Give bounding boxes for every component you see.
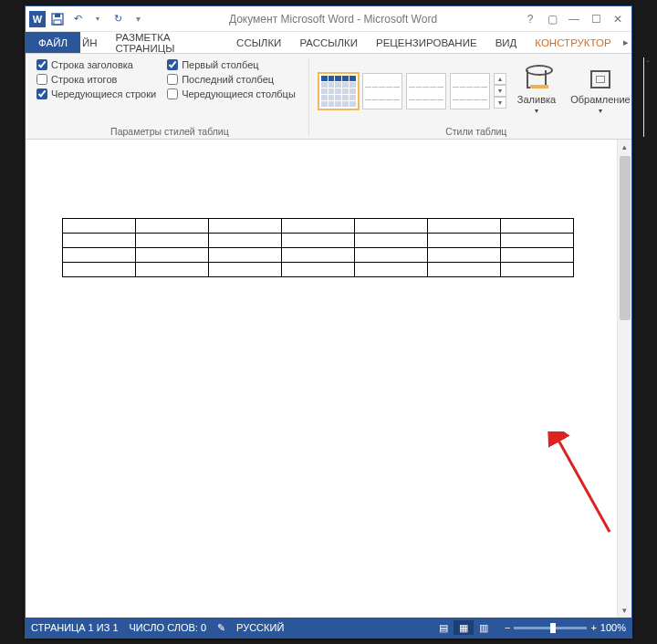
window-controls: ? ▢ — ☐ ✕ [520, 11, 628, 27]
tab-view[interactable]: ВИД [486, 32, 527, 53]
gallery-item-3[interactable] [406, 73, 446, 109]
zoom-slider[interactable] [514, 627, 587, 629]
ribbon-collapse-icon[interactable]: ˆ [646, 57, 651, 70]
zoom-percent[interactable]: 100% [600, 622, 626, 633]
group-table-styles: ▴ ▾ ▾ Заливка ▾ Обрамление ▾ Стили табли… [309, 57, 644, 137]
gallery-item-4[interactable] [450, 73, 490, 109]
chevron-down-icon: ▾ [599, 107, 602, 115]
tab-design[interactable]: КОНСТРУКТОР [526, 32, 620, 53]
tab-references[interactable]: ССЫЛКИ [227, 32, 290, 53]
word-logo-icon: W [29, 11, 46, 27]
document-area: ▴ ▾ [26, 140, 631, 618]
svg-line-4 [557, 437, 610, 532]
view-web-icon[interactable]: ▥ [474, 620, 494, 635]
zoom-slider-thumb[interactable] [550, 623, 556, 633]
ribbon-options-icon[interactable]: ▢ [542, 11, 562, 27]
gallery-scroll: ▴ ▾ ▾ [494, 73, 506, 109]
tab-file[interactable]: ФАЙЛ [26, 32, 80, 53]
vertical-scrollbar[interactable]: ▴ ▾ [617, 140, 631, 618]
svg-rect-2 [54, 20, 61, 25]
group-table-style-options: Строка заголовка Строка итогов Чередующи… [31, 57, 309, 137]
page-canvas[interactable] [26, 140, 617, 618]
save-icon[interactable] [49, 11, 66, 27]
status-word-count[interactable]: ЧИСЛО СЛОВ: 0 [130, 622, 207, 633]
gallery-scroll-up-icon[interactable]: ▴ [494, 73, 506, 85]
border-icon [588, 67, 613, 92]
status-page[interactable]: СТРАНИЦА 1 ИЗ 1 [31, 622, 119, 633]
chk-total-row[interactable]: Строка итогов [36, 74, 156, 85]
qat-customize-icon[interactable]: ▾ [130, 11, 146, 27]
titlebar: W ↶ ▾ ↻ ▾ Документ Microsoft Word - Micr… [26, 6, 631, 32]
tab-review[interactable]: РЕЦЕНЗИРОВАНИЕ [367, 32, 486, 53]
gallery-item-1[interactable] [318, 73, 359, 109]
quick-access-toolbar: W ↶ ▾ ↻ ▾ [29, 11, 146, 27]
window-title: Документ Microsoft Word - Microsoft Word [146, 13, 520, 26]
scroll-up-icon[interactable]: ▴ [618, 140, 631, 154]
tab-mailings[interactable]: РАССЫЛКИ [290, 32, 367, 53]
view-read-icon[interactable]: ▤ [433, 620, 454, 635]
undo-icon[interactable]: ↶ [69, 11, 86, 27]
proofing-icon: ✎ [217, 622, 225, 634]
borders-button[interactable]: Обрамление ▾ [563, 57, 638, 124]
view-buttons: ▤ ▦ ▥ [433, 620, 494, 635]
gallery-scroll-down-icon[interactable]: ▾ [494, 85, 506, 97]
table-row [63, 234, 574, 248]
scroll-down-icon[interactable]: ▾ [618, 603, 631, 618]
tab-page-layout[interactable]: РАЗМЕТКА СТРАНИЦЫ [107, 32, 228, 53]
redo-icon[interactable]: ↻ [110, 11, 126, 27]
tab-partial[interactable]: ЙН [80, 32, 107, 53]
table-row [63, 248, 574, 263]
table-row [63, 263, 574, 277]
scroll-thumb[interactable] [620, 156, 631, 320]
table-style-gallery: ▴ ▾ ▾ [315, 57, 510, 124]
close-icon[interactable]: ✕ [608, 11, 628, 27]
gallery-item-2[interactable] [362, 73, 402, 109]
zoom-in-button[interactable]: + [590, 622, 596, 633]
chevron-down-icon: ▾ [535, 107, 538, 115]
statusbar: СТРАНИЦА 1 ИЗ 1 ЧИСЛО СЛОВ: 0 ✎ РУССКИЙ … [26, 618, 631, 638]
chk-banded-columns[interactable]: Чередующиеся столбцы [167, 88, 296, 99]
ribbon-tabs: ФАЙЛ ЙН РАЗМЕТКА СТРАНИЦЫ ССЫЛКИ РАССЫЛК… [26, 32, 631, 54]
zoom-out-button[interactable]: − [505, 622, 510, 633]
document-table[interactable] [62, 218, 574, 277]
chk-last-column[interactable]: Последний столбец [167, 74, 296, 85]
view-print-icon[interactable]: ▦ [454, 620, 474, 635]
qat-dropdown-icon[interactable]: ▾ [89, 11, 106, 27]
chk-first-column[interactable]: Первый столбец [167, 59, 296, 70]
status-language[interactable]: РУССКИЙ [236, 622, 284, 633]
tabs-overflow-icon[interactable]: ▸ [620, 32, 631, 53]
group-label-options: Параметры стилей таблиц [36, 124, 303, 137]
bucket-icon [524, 67, 549, 92]
gallery-more-icon[interactable]: ▾ [494, 97, 506, 109]
svg-rect-1 [55, 14, 60, 17]
app-window: W ↶ ▾ ↻ ▾ Документ Microsoft Word - Micr… [25, 5, 632, 639]
chk-header-row[interactable]: Строка заголовка [36, 59, 156, 70]
status-proofing[interactable]: ✎ [217, 622, 225, 634]
shading-button[interactable]: Заливка ▾ [510, 57, 563, 124]
chk-banded-rows[interactable]: Чередующиеся строки [36, 88, 156, 99]
maximize-icon[interactable]: ☐ [586, 11, 606, 27]
ribbon: Строка заголовка Строка итогов Чередующи… [26, 54, 631, 140]
minimize-icon[interactable]: — [564, 11, 584, 27]
group-label-styles: Стили таблиц [315, 124, 638, 137]
zoom-controls: − + 100% [505, 622, 626, 633]
table-row [63, 219, 574, 234]
help-icon[interactable]: ? [520, 11, 540, 27]
